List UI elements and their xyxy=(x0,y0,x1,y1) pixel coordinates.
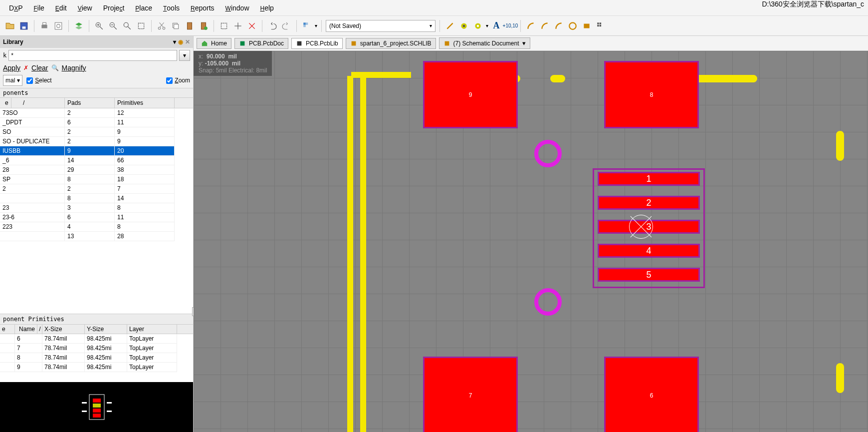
panel-close-icon[interactable]: ✕ xyxy=(185,38,190,45)
paste-icon[interactable] xyxy=(184,20,196,32)
pad-4[interactable]: 4 xyxy=(598,244,700,258)
select-checkbox[interactable]: Select xyxy=(26,77,51,84)
panel-dropdown-icon[interactable]: ▾ xyxy=(173,38,176,45)
clear-button[interactable]: Clear xyxy=(31,64,48,72)
list-item[interactable]: 282938 xyxy=(0,165,193,175)
col-name[interactable]: e / xyxy=(0,98,65,108)
mask-input[interactable] xyxy=(8,50,177,61)
fill-icon[interactable] xyxy=(581,20,593,32)
copy-icon[interactable] xyxy=(170,20,182,32)
normal-combo[interactable]: mal▾ xyxy=(3,75,22,86)
pcol-name[interactable]: Name / xyxy=(15,325,42,334)
list-item[interactable]: 878.74mil98.425miTopLayer xyxy=(0,353,193,363)
col-pads[interactable]: Pads xyxy=(65,98,115,108)
redo-icon[interactable] xyxy=(280,20,292,32)
list-item[interactable]: 978.74mil98.425miTopLayer xyxy=(0,363,193,372)
menu-window[interactable]: Window xyxy=(220,2,254,14)
menu-tools[interactable]: Tools xyxy=(158,2,185,14)
zoom-out-icon[interactable] xyxy=(107,20,119,32)
list-item[interactable]: 1328 xyxy=(0,232,193,241)
components-list[interactable]: 73SO212_DPDT611SO29SO - DUPLICATE29IUSBB… xyxy=(0,108,193,314)
pcol-layer[interactable]: Layer xyxy=(127,325,177,334)
tab-schlib[interactable]: spartan_6_project.SCHLIB xyxy=(346,38,436,49)
pad-9[interactable]: 9 xyxy=(423,61,518,128)
list-item[interactable]: SO - DUPLICATE29 xyxy=(0,137,193,146)
pad-5[interactable]: 5 xyxy=(598,268,700,282)
list-item[interactable]: 23-6611 xyxy=(0,213,193,222)
list-item[interactable]: _DPDT611 xyxy=(0,118,193,127)
pcol-xsize[interactable]: X-Size xyxy=(42,325,85,334)
pad-6[interactable]: 6 xyxy=(604,357,699,432)
svg-rect-4 xyxy=(55,22,62,29)
tab-pcbdoc[interactable]: PCB.PcbDoc xyxy=(234,38,288,49)
select-rect-icon[interactable] xyxy=(218,20,230,32)
menu-project[interactable]: Project xyxy=(98,2,130,14)
list-item[interactable]: 227 xyxy=(0,184,193,194)
undo-icon[interactable] xyxy=(266,20,278,32)
zoom-area-icon[interactable] xyxy=(135,20,147,32)
menu-edit[interactable]: Edit xyxy=(50,2,72,14)
save-icon[interactable] xyxy=(18,20,30,32)
svg-point-38 xyxy=(569,22,576,29)
arc3-icon[interactable] xyxy=(553,20,565,32)
svg-rect-32 xyxy=(303,24,306,27)
zoom-fit-icon[interactable] xyxy=(121,20,133,32)
string-icon[interactable]: A xyxy=(490,20,502,32)
magnify-button[interactable]: Magnify xyxy=(62,64,86,72)
pad-1[interactable]: 1 xyxy=(598,172,700,186)
apply-button[interactable]: Apply xyxy=(3,64,20,72)
pad-8[interactable]: 8 xyxy=(604,61,699,128)
via-icon[interactable] xyxy=(472,20,484,32)
menu-reports[interactable]: Reports xyxy=(186,2,219,14)
panel-pin-icon[interactable]: ◉ xyxy=(178,38,183,45)
pad-icon[interactable] xyxy=(458,20,470,32)
list-item[interactable]: 2338 xyxy=(0,203,193,213)
menu-help[interactable]: Help xyxy=(255,2,279,14)
arc1-icon[interactable] xyxy=(525,20,537,32)
list-item[interactable]: _61466 xyxy=(0,156,193,165)
list-item[interactable]: 778.74mil98.425miTopLayer xyxy=(0,344,193,353)
pcol-ysize[interactable]: Y-Size xyxy=(85,325,127,334)
tab-home[interactable]: Home xyxy=(197,38,231,49)
print-icon[interactable] xyxy=(38,20,50,32)
primitives-list[interactable]: 678.74mil98.425miTopLayer778.74mil98.425… xyxy=(0,334,193,382)
array-icon[interactable] xyxy=(595,20,607,32)
pcol-type[interactable]: e xyxy=(0,325,15,334)
list-item[interactable]: IUSBB920 xyxy=(0,146,193,156)
paste-special-icon[interactable] xyxy=(198,20,210,32)
track xyxy=(836,363,844,393)
open-icon[interactable] xyxy=(4,20,16,32)
pad-7[interactable]: 7 xyxy=(423,357,518,432)
layers-icon[interactable] xyxy=(73,20,85,32)
cut-icon[interactable] xyxy=(156,20,168,32)
mask-dropdown[interactable]: ▾ xyxy=(179,50,190,61)
list-item[interactable]: 814 xyxy=(0,194,193,203)
move-icon[interactable] xyxy=(232,20,244,32)
menu-view[interactable]: View xyxy=(73,2,97,14)
grid-icon[interactable] xyxy=(301,20,313,32)
col-primitives[interactable]: Primitives xyxy=(115,98,175,108)
list-item[interactable]: SP818 xyxy=(0,175,193,184)
svg-rect-31 xyxy=(306,22,308,25)
list-item[interactable]: 22348 xyxy=(0,222,193,232)
circle-icon[interactable] xyxy=(567,20,579,32)
pad-2[interactable]: 2 xyxy=(598,196,700,210)
tab-schematic[interactable]: (7) Schematic Document ▾ xyxy=(439,37,530,49)
line-icon[interactable] xyxy=(444,20,456,32)
zoom-checkbox[interactable]: Zoom xyxy=(166,77,190,84)
list-item[interactable]: 73SO212 xyxy=(0,108,193,118)
tab-pcblib[interactable]: PCB.PcbLib xyxy=(291,38,343,49)
filter-dropdown[interactable]: (Not Saved)▾ xyxy=(326,20,435,32)
arc2-icon[interactable] xyxy=(539,20,551,32)
canvas[interactable]: x: 90.000 mil y: -105.000 mil Snap: 5mil… xyxy=(194,51,868,432)
menu-place[interactable]: Place xyxy=(130,2,157,14)
coord-icon[interactable]: +10,10 xyxy=(504,20,516,32)
preview-icon[interactable] xyxy=(52,20,64,32)
menu-file[interactable]: File xyxy=(28,2,49,14)
menu-dxp[interactable]: DXP xyxy=(4,2,27,14)
deselect-icon[interactable] xyxy=(246,20,258,32)
list-item[interactable]: SO29 xyxy=(0,127,193,137)
zoom-in-icon[interactable] xyxy=(93,20,105,32)
svg-line-33 xyxy=(447,23,452,28)
list-item[interactable]: 678.74mil98.425miTopLayer xyxy=(0,334,193,344)
